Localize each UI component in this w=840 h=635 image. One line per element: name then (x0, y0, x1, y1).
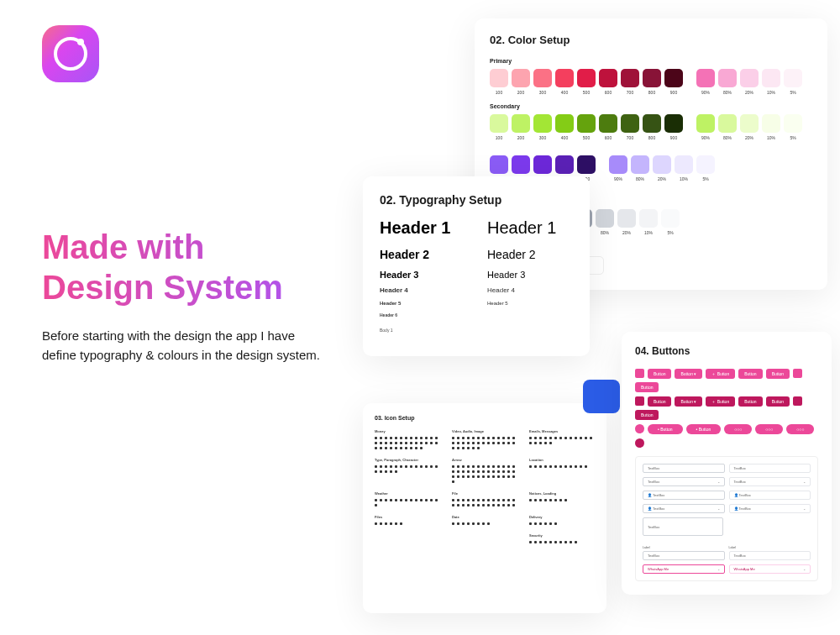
textbox-dropdown[interactable]: TextBox⌄ (643, 477, 725, 486)
button-pill-dark[interactable] (635, 438, 644, 448)
button-sample[interactable]: ＋ Button (706, 369, 735, 379)
button-pill[interactable]: • Button (686, 424, 722, 434)
color-swatch: 80% (718, 69, 737, 95)
textbox[interactable]: TextBox (729, 464, 811, 473)
color-swatch: 80% (718, 114, 737, 140)
header-4-reg: Header 4 (487, 286, 573, 294)
button-sample-dark[interactable]: ＋ Button (706, 396, 735, 407)
typo-bold-column: Header 1 Header 2 Header 3 Header 4 Head… (380, 218, 465, 339)
color-swatch: 100 (490, 69, 508, 95)
color-swatch: 800 (643, 114, 661, 140)
typo-card-title: 02. Typography Setup (380, 193, 573, 207)
color-swatch: 800 (643, 69, 661, 95)
icon-group: Delivery (529, 515, 595, 525)
icon-group: Arrow (452, 458, 517, 483)
icon-group: File (452, 491, 517, 506)
color-swatch: 900 (664, 69, 683, 95)
button-pill[interactable]: ○○○ (755, 424, 783, 434)
body-1-bold: Body 1 (380, 328, 465, 333)
textbox-labeled[interactable]: TextBox (643, 551, 725, 560)
button-pill[interactable]: ○○○ (786, 424, 814, 434)
button-row-2: Button Button ▾ ＋ Button Button Button B… (635, 396, 818, 420)
field-label: Label (643, 546, 725, 549)
blue-accent-box (583, 380, 620, 413)
textbox-icon[interactable]: 👤 TextBox (729, 491, 811, 500)
button-sample[interactable]: Button (738, 369, 762, 379)
icon-group: Date (452, 515, 517, 525)
button-square[interactable] (793, 369, 802, 378)
color-swatch: 5% (784, 114, 802, 140)
icon-group: Video, Audio, Image (452, 429, 517, 449)
color-swatch: 600 (599, 114, 617, 140)
white-swatch-row (564, 256, 812, 275)
typography-setup-card: 02. Typography Setup Header 1 Header 2 H… (363, 176, 590, 356)
color-swatch: 20% (740, 114, 759, 140)
whatsapp-button[interactable]: WhatsApp Me⌄ (643, 564, 725, 574)
typo-regular-column: Header 1 Header 2 Header 3 Header 4 Head… (487, 218, 573, 339)
textbox-icon-dropdown[interactable]: 👤 TextBox⌄ (729, 504, 811, 513)
button-sample-dark[interactable]: Button (766, 396, 790, 407)
color-swatch: 20% (653, 155, 671, 181)
textbox-labeled[interactable]: TextBox (729, 551, 811, 560)
color-swatch: 10% (762, 69, 780, 95)
app-logo-icon (42, 25, 99, 82)
button-pill[interactable]: • Button (648, 424, 683, 434)
button-square-dark[interactable] (635, 396, 644, 406)
hero-description: Before starting with the design the app … (42, 326, 328, 365)
primary-label: Primary (490, 58, 812, 64)
color-swatch: 600 (599, 69, 617, 95)
button-pill[interactable] (635, 424, 644, 433)
button-sample-dark[interactable]: Button (648, 396, 671, 407)
header-5-bold: Header 5 (380, 301, 465, 306)
color-swatch: 200 (512, 114, 530, 140)
color-swatch: 5% (661, 209, 680, 235)
icon-group: Security (529, 533, 595, 543)
header-1-reg: Header 1 (487, 218, 573, 238)
color-swatch: 500 (577, 69, 596, 95)
icon-group: Money (375, 429, 440, 449)
hero-title-line2: Design System (42, 269, 283, 306)
header-5-reg: Header 5 (487, 301, 573, 306)
header-3-reg: Header 3 (487, 270, 573, 280)
hero-section: Made with Design System Before starting … (42, 227, 328, 365)
whatsapp-button[interactable]: WhatsApp Me⌄ (729, 564, 811, 574)
button-square-dark[interactable] (793, 396, 802, 406)
color-swatch: 700 (621, 69, 639, 95)
button-sample-dark[interactable]: Button ▾ (675, 396, 702, 407)
icon-group: Type, Paragraph, Character (375, 458, 440, 483)
color-swatch: 5% (696, 155, 715, 181)
button-sample[interactable]: Button (766, 369, 790, 379)
color-swatch: 300 (533, 69, 552, 95)
color-swatch: 5% (784, 69, 802, 95)
buttons-card-title: 04. Buttons (635, 345, 818, 357)
color-swatch: 400 (555, 69, 574, 95)
color-swatch: 80% (596, 209, 614, 235)
color-swatch: 90% (696, 69, 715, 95)
button-sample-dark[interactable]: Button (738, 396, 762, 407)
color-swatch: 900 (664, 114, 683, 140)
gray-swatch-row: 90%80%20%10%5% (564, 209, 812, 235)
icon-group (452, 533, 517, 543)
button-sample[interactable]: Button (648, 369, 671, 379)
textbox-dropdown[interactable]: TextBox⌄ (729, 477, 811, 486)
textarea[interactable]: TextBox (643, 517, 723, 536)
field-label: Label (729, 546, 811, 549)
header-6-bold: Header 6 (380, 312, 465, 318)
icon-group (375, 533, 440, 543)
icon-grid: MoneyVideo, Audio, ImageEmails, Messages… (375, 429, 595, 543)
color-swatch: 400 (555, 114, 574, 140)
button-square[interactable] (635, 369, 644, 378)
button-sample-dark[interactable]: Button (635, 410, 659, 420)
icon-group: Files (375, 515, 440, 525)
textbox-icon[interactable]: 👤 TextBox (643, 491, 725, 500)
color-swatch: 20% (617, 209, 636, 235)
button-pill[interactable]: ○○○ (724, 424, 752, 434)
textbox-icon-dropdown[interactable]: 👤 TextBox⌄ (643, 504, 725, 513)
button-sample[interactable]: Button ▾ (675, 369, 702, 379)
hero-title: Made with Design System (42, 227, 328, 307)
button-row-1: Button Button ▾ ＋ Button Button Button B… (635, 369, 818, 392)
textbox-section: TextBox TextBox TextBox⌄ TextBox⌄ 👤 Text… (635, 456, 818, 581)
textbox[interactable]: TextBox (643, 464, 725, 473)
button-sample[interactable]: Button (635, 382, 659, 392)
white-label: White (564, 245, 812, 251)
